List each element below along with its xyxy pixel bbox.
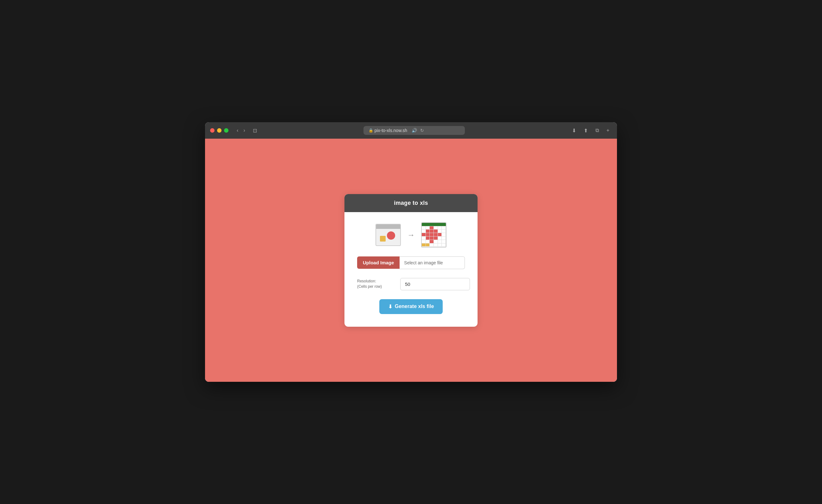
share-action-button[interactable]: ⬆ bbox=[581, 126, 590, 135]
app-card: image to xls → bbox=[345, 194, 477, 327]
xls-cell bbox=[438, 233, 442, 236]
xls-cell bbox=[430, 240, 434, 243]
xls-cell bbox=[434, 233, 438, 236]
xls-cell bbox=[442, 230, 446, 233]
nav-buttons: ‹ › bbox=[235, 126, 247, 135]
reload-icon[interactable]: ↻ bbox=[420, 128, 424, 133]
new-tab-button[interactable]: + bbox=[604, 126, 612, 135]
xls-cell bbox=[422, 236, 426, 240]
download-icon: ⬇ bbox=[388, 304, 392, 310]
img-square-decoration bbox=[380, 236, 386, 242]
xls-cell bbox=[438, 226, 442, 230]
volume-icon: 🔊 bbox=[412, 128, 417, 133]
xls-cell bbox=[426, 240, 430, 243]
url-text: pix-to-xls.now.sh bbox=[375, 128, 407, 133]
browser-window: ‹ › ⊡ 🔒 pix-to-xls.now.sh 🔊 ↻ ⬇ ⬆ ⧉ + bbox=[205, 122, 617, 382]
browser-content: image to xls → bbox=[205, 139, 617, 382]
resolution-label: Resolution: (Cells per row) bbox=[357, 279, 395, 289]
xls-cell bbox=[426, 243, 430, 247]
xls-cell bbox=[430, 226, 434, 230]
xls-cell bbox=[434, 236, 438, 240]
address-bar: 🔒 pix-to-xls.now.sh 🔊 ↻ bbox=[263, 126, 566, 135]
xls-cell bbox=[434, 230, 438, 233]
xls-header-bar bbox=[422, 223, 446, 226]
traffic-light-fullscreen[interactable] bbox=[224, 128, 229, 133]
xls-cell bbox=[438, 230, 442, 233]
card-header: image to xls bbox=[345, 194, 477, 212]
sidebar-toggle-button[interactable]: ⊡ bbox=[251, 126, 259, 135]
img-circle-decoration bbox=[387, 231, 395, 240]
generate-xls-button[interactable]: ⬇ Generate xls file bbox=[379, 299, 443, 314]
xls-cell bbox=[442, 236, 446, 240]
xls-cell bbox=[442, 243, 446, 247]
xls-cell bbox=[442, 226, 446, 230]
upload-row: Upload Image Select an image file bbox=[357, 256, 465, 269]
xls-cell bbox=[430, 233, 434, 236]
xls-cell bbox=[430, 230, 434, 233]
generate-button-label: Generate xls file bbox=[395, 304, 434, 309]
xls-cell bbox=[442, 240, 446, 243]
xls-cell bbox=[442, 233, 446, 236]
xls-cell bbox=[430, 236, 434, 240]
address-text: 🔒 pix-to-xls.now.sh bbox=[369, 128, 407, 133]
traffic-lights bbox=[210, 128, 229, 133]
illustration: → bbox=[376, 222, 446, 248]
forward-button[interactable]: › bbox=[242, 126, 247, 135]
resolution-input[interactable] bbox=[400, 278, 470, 290]
upload-filename-display: Select an image file bbox=[400, 256, 465, 269]
xls-cell bbox=[426, 236, 430, 240]
xls-cell bbox=[434, 226, 438, 230]
xls-cell bbox=[422, 226, 426, 230]
resolution-label-text: Resolution: bbox=[357, 279, 395, 284]
upload-image-button[interactable]: Upload Image bbox=[357, 256, 400, 269]
xls-cell bbox=[426, 230, 430, 233]
xls-cell bbox=[422, 233, 426, 236]
xls-cell bbox=[430, 243, 434, 247]
xls-cell bbox=[422, 240, 426, 243]
resolution-row: Resolution: (Cells per row) bbox=[357, 278, 465, 290]
browser-actions: ⬇ ⬆ ⧉ + bbox=[569, 126, 612, 135]
arrow-icon: → bbox=[407, 230, 415, 239]
resolution-sublabel-text: (Cells per row) bbox=[357, 284, 395, 289]
traffic-light-close[interactable] bbox=[210, 128, 215, 133]
tabs-action-button[interactable]: ⧉ bbox=[593, 126, 601, 135]
back-button[interactable]: ‹ bbox=[235, 126, 240, 135]
traffic-light-minimize[interactable] bbox=[217, 128, 222, 133]
xls-cell bbox=[422, 230, 426, 233]
xls-cell bbox=[438, 236, 442, 240]
xls-cell bbox=[438, 240, 442, 243]
xls-cell bbox=[434, 240, 438, 243]
xls-cell bbox=[426, 233, 430, 236]
xls-cell bbox=[422, 243, 426, 247]
lock-icon: 🔒 bbox=[369, 128, 373, 133]
address-input-container[interactable]: 🔒 pix-to-xls.now.sh 🔊 ↻ bbox=[364, 126, 465, 135]
xls-cell bbox=[426, 226, 430, 230]
image-icon bbox=[376, 224, 401, 246]
app-title: image to xls bbox=[394, 200, 428, 206]
xls-cell bbox=[434, 243, 438, 247]
card-body: → bbox=[345, 212, 477, 327]
download-action-button[interactable]: ⬇ bbox=[569, 126, 578, 135]
xls-cell bbox=[438, 243, 442, 247]
xls-grid bbox=[422, 226, 446, 247]
xls-icon bbox=[421, 222, 446, 248]
browser-titlebar: ‹ › ⊡ 🔒 pix-to-xls.now.sh 🔊 ↻ ⬇ ⬆ ⧉ + bbox=[205, 122, 617, 139]
